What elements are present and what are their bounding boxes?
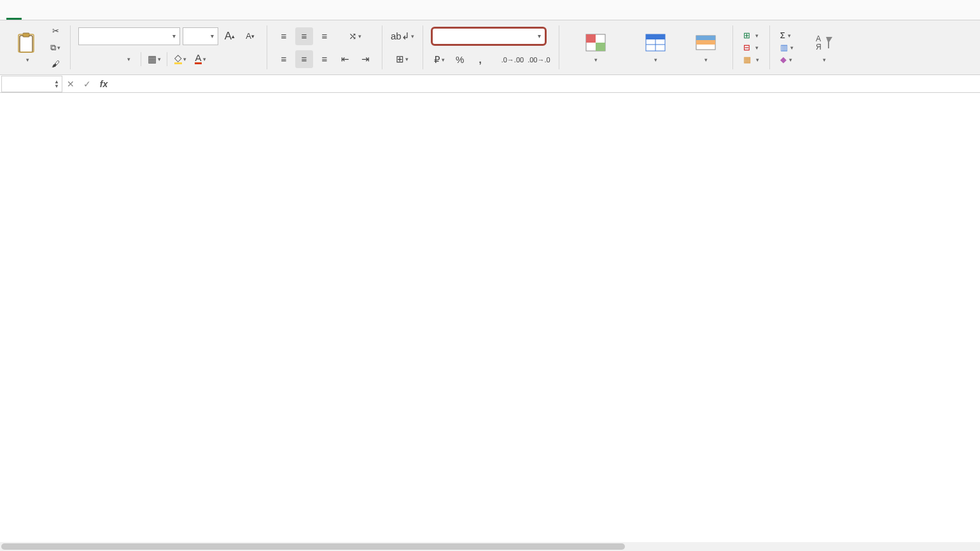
insert-cells-button[interactable]: ⊞▾ — [741, 30, 761, 41]
font-size-select[interactable]: ▾ — [183, 27, 218, 45]
align-right-button[interactable]: ≡ — [316, 50, 333, 68]
decrease-decimal-icon: .00→.0 — [528, 56, 550, 64]
svg-text:A: A — [816, 34, 821, 43]
conditional-formatting-button[interactable]: ▾ — [567, 23, 624, 73]
decrease-font-icon: A — [246, 31, 251, 41]
paste-button[interactable]: ▾ — [8, 23, 46, 73]
cell-styles-button[interactable]: ▾ — [687, 23, 725, 73]
align-left-button[interactable]: ≡ — [275, 50, 293, 68]
align-center-button[interactable]: ≡ — [295, 50, 313, 68]
currency-icon: ₽ — [434, 54, 440, 66]
percent-icon: % — [456, 54, 464, 65]
scrollbar-thumb[interactable] — [1, 543, 625, 550]
tab-developer[interactable] — [113, 13, 129, 20]
insert-cells-icon: ⊞ — [743, 31, 750, 40]
font-color-button[interactable]: А▾ — [192, 50, 209, 68]
accounting-format-button[interactable]: ₽▾ — [431, 51, 449, 69]
decrease-decimal-button[interactable]: .00→.0 — [527, 51, 550, 69]
wrap-text-button[interactable]: ab↲▾ — [390, 27, 415, 45]
increase-decimal-icon: .0→.00 — [501, 56, 524, 64]
format-painter-button[interactable]: 🖌 — [48, 57, 62, 71]
merge-cells-button[interactable]: ⊞▾ — [393, 50, 411, 68]
svg-text:Я: Я — [816, 43, 822, 52]
accept-formula-button[interactable]: ✓ — [79, 79, 95, 89]
tab-page-layout[interactable] — [37, 13, 52, 20]
tab-view[interactable] — [98, 13, 113, 20]
number-format-select[interactable]: ▾ — [431, 27, 547, 46]
format-cells-button[interactable]: ▦▾ — [741, 54, 762, 65]
increase-decimal-button[interactable]: .0→.00 — [501, 51, 524, 69]
increase-font-button[interactable]: A▴ — [221, 27, 239, 45]
svg-rect-1 — [23, 33, 29, 37]
orientation-button[interactable]: ⤭▾ — [346, 27, 364, 45]
clear-button[interactable]: ◆▾ — [778, 54, 795, 65]
cancel-formula-button[interactable]: ✕ — [62, 79, 79, 89]
italic-button[interactable] — [99, 50, 116, 68]
tab-insert[interactable] — [22, 13, 37, 20]
align-middle-button[interactable]: ≡ — [295, 27, 313, 45]
comma-style-button[interactable]: , — [472, 51, 489, 69]
decrease-indent-button[interactable]: ⇤ — [336, 50, 354, 68]
name-box[interactable]: ▲▼ — [1, 76, 62, 92]
svg-rect-5 — [596, 43, 605, 51]
horizontal-scrollbar[interactable] — [0, 542, 980, 551]
fill-button[interactable]: ▥▾ — [778, 42, 796, 53]
increase-indent-button[interactable]: ⇥ — [356, 50, 374, 68]
wrap-text-icon: ab↲ — [391, 31, 410, 42]
group-editing: Σ▾ ▥▾ ◆▾ AЯ ▾ — [774, 23, 853, 72]
group-font: ▾ ▾ A▴ A▾ ▾ ▦▾ ◇▾ А▾ — [74, 23, 263, 72]
tab-data[interactable] — [67, 13, 83, 20]
copy-icon: ⧉ — [50, 43, 56, 53]
sigma-icon: Σ — [780, 31, 785, 40]
copy-button[interactable]: ⧉▾ — [48, 41, 62, 55]
underline-button[interactable]: ▾ — [119, 50, 137, 68]
align-bottom-button[interactable]: ≡ — [316, 27, 333, 45]
insert-function-button[interactable]: fx — [95, 79, 112, 89]
fill-color-button[interactable]: ◇▾ — [171, 50, 189, 68]
borders-button[interactable]: ▦▾ — [145, 50, 163, 68]
formula-input[interactable] — [112, 79, 980, 89]
align-right-icon: ≡ — [322, 53, 328, 64]
check-icon: ✓ — [83, 79, 91, 89]
group-number: ▾ ₽▾ % , .0→.00 .00→.0 — [427, 23, 555, 72]
conditional-formatting-icon — [584, 31, 607, 54]
fill-down-icon: ▥ — [780, 43, 788, 52]
bold-button[interactable] — [78, 50, 96, 68]
decrease-font-button[interactable]: A▾ — [241, 27, 259, 45]
group-clipboard: ▾ ✂ ⧉▾ 🖌 — [4, 23, 66, 72]
clipboard-icon — [15, 31, 38, 54]
svg-rect-4 — [586, 34, 596, 43]
borders-icon: ▦ — [148, 53, 157, 65]
group-alignment: ≡ ≡ ≡ ≡ ≡ ≡ ⤭▾ ⇤ ⇥ — [271, 23, 378, 72]
format-as-table-icon — [644, 31, 667, 54]
ribbon-tabs — [0, 0, 980, 20]
name-box-spinner[interactable]: ▲▼ — [54, 80, 59, 88]
percent-button[interactable]: % — [451, 51, 469, 69]
cell-styles-icon — [694, 31, 717, 54]
increase-indent-icon: ⇥ — [361, 53, 370, 65]
sort-filter-button[interactable]: AЯ ▾ — [799, 23, 850, 73]
font-color-icon: А — [195, 53, 201, 64]
tab-home[interactable] — [6, 11, 22, 20]
cut-button[interactable]: ✂ — [48, 24, 62, 38]
decrease-indent-icon: ⇤ — [341, 53, 349, 65]
tab-review[interactable] — [83, 13, 98, 20]
svg-rect-7 — [646, 34, 665, 39]
eraser-icon: ◆ — [780, 55, 787, 64]
group-styles: ▾ ▾ ▾ — [563, 23, 729, 72]
delete-cells-button[interactable]: ⊟▾ — [741, 42, 761, 53]
align-top-button[interactable]: ≡ — [275, 27, 293, 45]
brush-icon: 🖌 — [52, 59, 60, 69]
format-as-table-button[interactable]: ▾ — [627, 23, 684, 73]
fx-icon: fx — [100, 79, 108, 89]
autosum-button[interactable]: Σ▾ — [778, 30, 794, 41]
fill-color-icon: ◇ — [174, 53, 182, 64]
merge-icon: ⊞ — [396, 53, 404, 65]
align-center-icon: ≡ — [302, 53, 307, 64]
svg-rect-0 — [20, 36, 32, 52]
font-name-select[interactable]: ▾ — [78, 27, 180, 45]
tab-formulas[interactable] — [52, 13, 67, 20]
align-bottom-icon: ≡ — [322, 31, 328, 41]
delete-cells-icon: ⊟ — [743, 43, 750, 52]
format-cells-icon: ▦ — [743, 55, 751, 64]
